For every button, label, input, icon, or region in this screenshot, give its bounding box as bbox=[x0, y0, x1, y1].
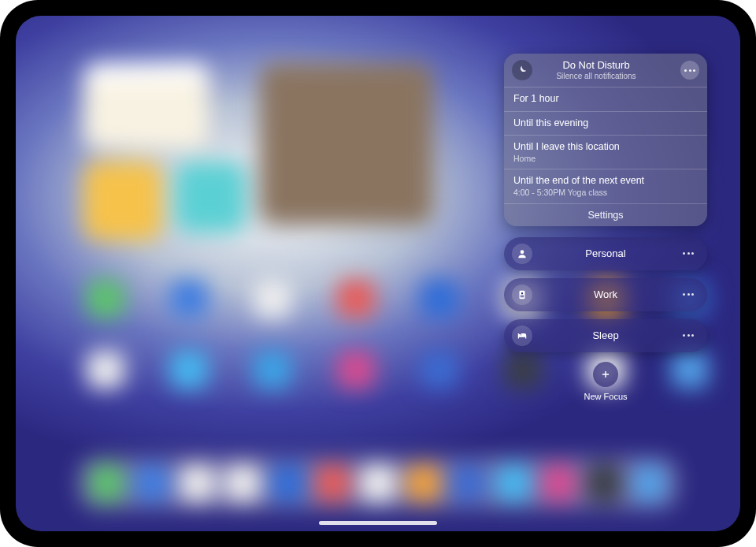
focus-mode-list: Personal Work bbox=[504, 237, 707, 352]
dnd-option-until-leave-location[interactable]: Until I leave this location Home bbox=[504, 135, 707, 169]
dnd-option-1-hour[interactable]: For 1 hour bbox=[504, 87, 707, 111]
dnd-option-label: Until this evening bbox=[513, 117, 698, 130]
more-icon bbox=[683, 334, 694, 337]
dnd-title: Do Not Disturb bbox=[512, 60, 680, 71]
focus-mode-work[interactable]: Work bbox=[504, 278, 707, 311]
dnd-settings-link[interactable]: Settings bbox=[504, 203, 707, 226]
focus-mode-label: Sleep bbox=[532, 329, 679, 341]
bed-icon bbox=[512, 326, 532, 346]
new-focus: New Focus bbox=[504, 362, 707, 401]
svg-rect-3 bbox=[521, 295, 524, 296]
dnd-title-block: Do Not Disturb Silence all notifications bbox=[512, 60, 680, 80]
new-focus-button[interactable] bbox=[593, 362, 618, 387]
dnd-option-until-evening[interactable]: Until this evening bbox=[504, 111, 707, 136]
screen: Do Not Disturb Silence all notifications… bbox=[16, 16, 740, 531]
focus-mode-sleep[interactable]: Sleep bbox=[504, 319, 707, 352]
dnd-option-detail: 4:00 - 5:30PM Yoga class bbox=[513, 188, 698, 198]
more-icon bbox=[683, 293, 694, 296]
widget-notes bbox=[83, 63, 209, 150]
plus-icon bbox=[600, 369, 611, 380]
dock bbox=[79, 457, 677, 509]
widget-photos bbox=[260, 63, 433, 225]
dnd-option-label: Until I leave this location bbox=[513, 141, 698, 154]
dnd-settings-label: Settings bbox=[587, 210, 623, 221]
svg-rect-4 bbox=[521, 296, 524, 297]
widget-small-2 bbox=[175, 162, 246, 233]
dnd-option-detail: Home bbox=[513, 154, 698, 164]
badge-icon bbox=[512, 285, 532, 305]
widget-small-1 bbox=[83, 162, 162, 240]
dnd-option-until-next-event[interactable]: Until the end of the next event 4:00 - 5… bbox=[504, 169, 707, 203]
focus-mode-label: Work bbox=[532, 288, 679, 300]
dnd-more-button[interactable] bbox=[680, 61, 699, 80]
person-icon bbox=[512, 244, 532, 264]
svg-point-0 bbox=[521, 250, 524, 254]
svg-point-2 bbox=[521, 292, 523, 294]
dnd-option-label: For 1 hour bbox=[513, 93, 698, 106]
more-icon bbox=[684, 69, 695, 72]
ipad-frame: Do Not Disturb Silence all notifications… bbox=[0, 0, 756, 547]
more-icon bbox=[683, 252, 694, 255]
focus-mode-label: Personal bbox=[532, 247, 679, 259]
home-indicator[interactable] bbox=[319, 521, 437, 525]
dnd-card: Do Not Disturb Silence all notifications… bbox=[504, 54, 707, 226]
dnd-subtitle: Silence all notifications bbox=[512, 72, 680, 80]
focus-panel: Do Not Disturb Silence all notifications… bbox=[504, 54, 707, 401]
focus-mode-personal[interactable]: Personal bbox=[504, 237, 707, 270]
focus-mode-more-button[interactable] bbox=[679, 244, 698, 263]
dnd-header[interactable]: Do Not Disturb Silence all notifications bbox=[504, 54, 707, 87]
svg-rect-1 bbox=[520, 290, 525, 299]
dnd-option-label: Until the end of the next event bbox=[513, 175, 698, 188]
new-focus-label: New Focus bbox=[584, 392, 627, 401]
focus-mode-more-button[interactable] bbox=[679, 285, 698, 304]
focus-mode-more-button[interactable] bbox=[679, 326, 698, 345]
svg-point-5 bbox=[519, 333, 521, 335]
